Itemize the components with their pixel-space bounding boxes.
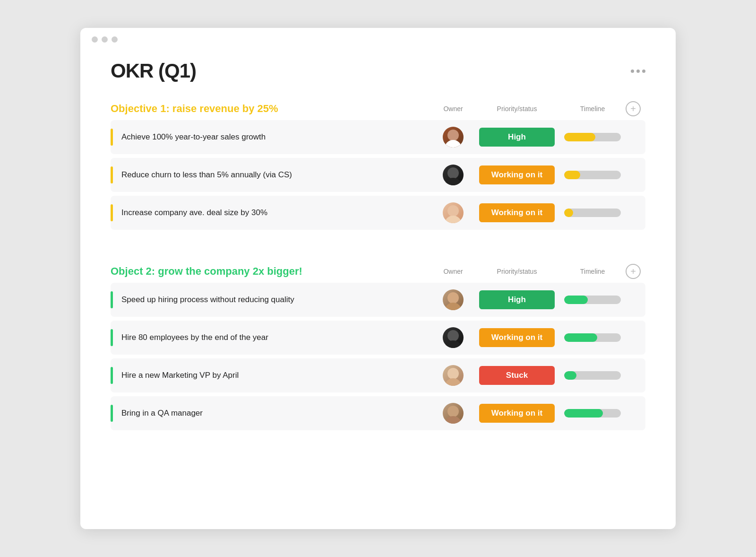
owner-cell	[432, 289, 474, 310]
obj1-owner-header: Owner	[432, 105, 474, 113]
owner-cell	[432, 127, 474, 148]
timeline-cell	[559, 296, 626, 304]
more-dot-3	[642, 70, 645, 73]
obj2-owner-header: Owner	[432, 268, 474, 275]
obj1-title: Objective 1: raise revenue by 25%	[111, 103, 278, 114]
timeline-bar	[564, 171, 621, 179]
priority-cell: Stuck	[474, 366, 559, 385]
status-badge[interactable]: Stuck	[479, 366, 555, 385]
window-dot-2	[102, 36, 108, 43]
task-bar	[111, 129, 113, 146]
status-badge[interactable]: Working on it	[479, 203, 555, 222]
titlebar	[80, 28, 676, 43]
timeline-cell	[559, 333, 626, 342]
owner-cell	[432, 165, 474, 185]
task-bar	[111, 367, 113, 384]
priority-cell: Working on it	[474, 165, 559, 184]
owner-cell	[432, 403, 474, 424]
avatar	[443, 327, 464, 348]
obj2-priority-header: Priority/status	[474, 268, 559, 275]
task-label: Hire a new Marketing VP by April	[121, 371, 432, 380]
task-label: Achieve 100% year-to-year sales growth	[121, 132, 432, 142]
table-row: Hire 80 employees by the end of the year…	[111, 321, 645, 355]
obj2-title: Object 2: grow the company 2x bigger!	[111, 265, 302, 277]
table-row: Bring in a QA manager Working on it	[111, 396, 645, 430]
task-bar	[111, 291, 113, 308]
timeline-cell	[559, 171, 626, 179]
obj1-add-button[interactable]: +	[626, 101, 641, 116]
priority-cell: Working on it	[474, 328, 559, 347]
timeline-cell	[559, 409, 626, 418]
task-bar	[111, 204, 113, 221]
avatar	[443, 127, 464, 148]
priority-cell: Working on it	[474, 404, 559, 423]
table-row: Hire a new Marketing VP by April Stuck	[111, 358, 645, 392]
status-badge[interactable]: Working on it	[479, 165, 555, 184]
timeline-bar	[564, 133, 621, 141]
owner-cell	[432, 365, 474, 386]
task-bar	[111, 405, 113, 422]
task-label: Increase company ave. deal size by 30%	[121, 208, 432, 218]
task-label: Speed up hiring process without reducing…	[121, 295, 432, 305]
task-label: Reduce churn to less than 5% annually (v…	[121, 170, 432, 180]
timeline-cell	[559, 209, 626, 217]
owner-cell	[432, 202, 474, 223]
task-label: Bring in a QA manager	[121, 409, 432, 418]
priority-cell: Working on it	[474, 203, 559, 222]
obj2-timeline-header: Timeline	[559, 268, 626, 275]
priority-cell: High	[474, 290, 559, 309]
obj1-col-headers: Objective 1: raise revenue by 25% Owner …	[111, 101, 645, 116]
window-dot-3	[112, 36, 118, 43]
avatar	[443, 202, 464, 223]
task-label: Hire 80 employees by the end of the year	[121, 333, 432, 342]
avatar	[443, 289, 464, 310]
avatar	[443, 365, 464, 386]
objective-1-section: Objective 1: raise revenue by 25% Owner …	[80, 82, 676, 230]
objective-2-section: Object 2: grow the company 2x bigger! Ow…	[80, 245, 676, 430]
obj1-priority-header: Priority/status	[474, 105, 559, 113]
page-header: OKR (Q1)	[80, 43, 676, 82]
app-window: OKR (Q1) Objective 1: raise revenue by 2…	[80, 28, 676, 529]
more-dot-1	[631, 70, 634, 73]
status-badge[interactable]: High	[479, 290, 555, 309]
window-dot-1	[92, 36, 98, 43]
table-row: Speed up hiring process without reducing…	[111, 283, 645, 317]
timeline-bar	[564, 371, 621, 380]
timeline-bar	[564, 296, 621, 304]
more-dot-2	[636, 70, 640, 73]
avatar	[443, 165, 464, 185]
obj2-col-headers: Object 2: grow the company 2x bigger! Ow…	[111, 264, 645, 279]
timeline-bar	[564, 409, 621, 418]
obj2-add-button[interactable]: +	[626, 264, 641, 279]
timeline-cell	[559, 371, 626, 380]
table-row: Reduce churn to less than 5% annually (v…	[111, 158, 645, 192]
timeline-bar	[564, 333, 621, 342]
task-bar	[111, 166, 113, 183]
status-badge[interactable]: Working on it	[479, 328, 555, 347]
priority-cell: High	[474, 128, 559, 147]
status-badge[interactable]: Working on it	[479, 404, 555, 423]
page-title: OKR (Q1)	[111, 60, 196, 82]
more-options-button[interactable]	[631, 70, 645, 73]
obj1-timeline-header: Timeline	[559, 105, 626, 113]
avatar	[443, 403, 464, 424]
owner-cell	[432, 327, 474, 348]
status-badge[interactable]: High	[479, 128, 555, 147]
task-bar	[111, 329, 113, 346]
table-row: Achieve 100% year-to-year sales growth H…	[111, 120, 645, 154]
table-row: Increase company ave. deal size by 30% W…	[111, 196, 645, 230]
timeline-bar	[564, 209, 621, 217]
timeline-cell	[559, 133, 626, 141]
